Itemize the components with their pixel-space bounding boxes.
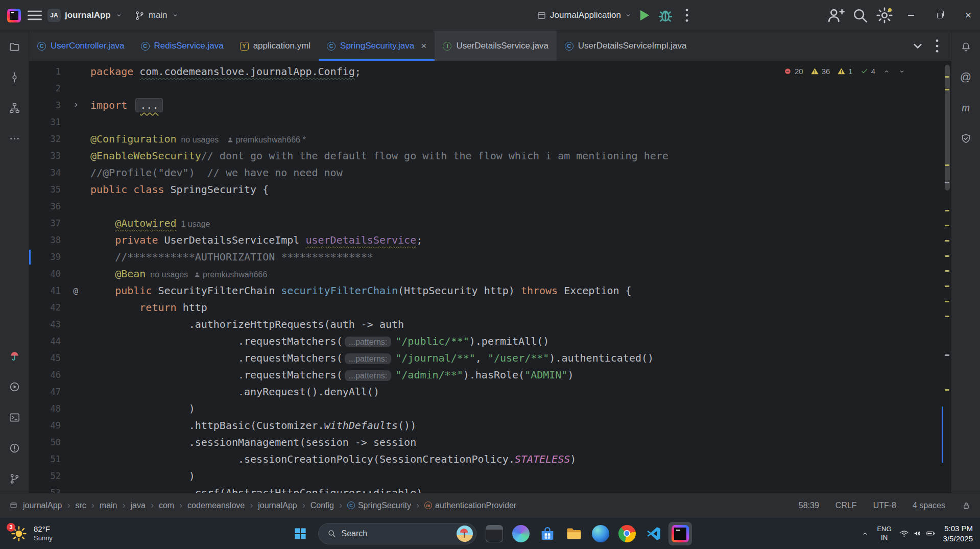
code-line-3[interactable]: 3import ... — [29, 97, 951, 114]
code-line-46[interactable]: 46 .requestMatchers(...patterns:"/admin/… — [29, 367, 951, 384]
code-line-44[interactable]: 44 .requestMatchers(...patterns:"/public… — [29, 333, 951, 350]
line-number[interactable]: 3 — [29, 97, 61, 114]
project-widget[interactable]: JA journalApp — [47, 9, 123, 22]
caret-position[interactable]: 58:39 — [799, 501, 819, 510]
desktop-taskbar-icon[interactable] — [483, 522, 506, 545]
line-number[interactable]: 40 — [29, 266, 61, 282]
line-number[interactable]: 42 — [29, 299, 61, 316]
line-number[interactable]: 41 — [29, 282, 61, 299]
tab-UserController.java[interactable]: CUserController.java — [29, 31, 133, 61]
system-tray[interactable] — [899, 529, 936, 538]
breadcrumb-item[interactable]: mauthenticationProvider — [424, 501, 516, 510]
breadcrumb-item[interactable]: java — [131, 501, 146, 510]
inspection-warn[interactable]: 36 — [810, 67, 830, 76]
error-stripe[interactable] — [942, 61, 951, 493]
intellij-taskbar-icon[interactable] — [668, 522, 692, 545]
inspection-warn[interactable]: 1 — [837, 67, 852, 76]
line-number[interactable]: 44 — [29, 333, 61, 350]
line-number[interactable]: 2 — [29, 80, 61, 97]
line-number[interactable]: 53 — [29, 485, 61, 493]
breadcrumb-item[interactable]: Config — [310, 501, 334, 510]
indent-setting[interactable]: 4 spaces — [913, 501, 945, 510]
code-line-43[interactable]: 43 .authorizeHttpRequests(auth -> auth — [29, 316, 951, 333]
inspection-check[interactable]: 4 — [860, 67, 875, 76]
settings-button[interactable] — [875, 6, 894, 25]
code-line-34[interactable]: 34//@Profile("dev") // we have no need n… — [29, 164, 951, 181]
minimize-button[interactable] — [899, 0, 923, 31]
chevron-down-icon[interactable] — [624, 11, 632, 19]
code-line-31[interactable]: 31 — [29, 114, 951, 131]
tab-options-icon[interactable] — [927, 36, 947, 56]
code-line-49[interactable]: 49 .httpBasic(Customizer.withDefaults()) — [29, 417, 951, 434]
debug-button[interactable] — [656, 6, 675, 25]
code-line-42[interactable]: 42 return http — [29, 299, 951, 316]
run-button[interactable] — [5, 377, 23, 396]
language-switcher[interactable]: ENG IN — [877, 525, 891, 542]
line-number[interactable]: 33 — [29, 148, 61, 164]
code-line-40[interactable]: 40 @Bean no usages premkushwah666 — [29, 266, 951, 282]
commit-button[interactable] — [5, 68, 23, 86]
run-button[interactable] — [634, 6, 654, 25]
file-encoding[interactable]: UTF-8 — [873, 501, 896, 510]
code-editor[interactable]: 1package com.codemeanslove.journalApp.Co… — [29, 61, 951, 493]
shield-button[interactable] — [957, 129, 975, 148]
taskbar-search[interactable]: Search — [318, 523, 476, 544]
inspections-widget[interactable]: 203614 — [779, 65, 910, 78]
code-line-48[interactable]: 48 ) — [29, 400, 951, 417]
line-number[interactable]: 50 — [29, 434, 61, 451]
line-number[interactable]: 47 — [29, 384, 61, 400]
ai-button[interactable]: @ — [957, 68, 975, 86]
problems-button[interactable] — [5, 439, 23, 457]
line-number[interactable]: 51 — [29, 451, 61, 468]
fold-arrow-icon[interactable] — [72, 97, 80, 114]
line-number[interactable]: 46 — [29, 367, 61, 384]
start-button[interactable] — [289, 522, 312, 545]
services-button[interactable] — [5, 347, 23, 365]
terminal-button[interactable] — [5, 408, 23, 426]
line-number[interactable]: 39 — [29, 249, 61, 266]
folder-button[interactable] — [5, 37, 23, 56]
chrome-taskbar-icon[interactable] — [615, 522, 639, 545]
line-number[interactable]: 1 — [29, 63, 61, 80]
breadcrumb-item[interactable]: journalApp — [258, 501, 297, 510]
code-line-52[interactable]: 52 ) — [29, 468, 951, 485]
breadcrumb-item[interactable]: src — [76, 501, 86, 510]
breadcrumb-item[interactable]: journalApp — [23, 501, 62, 510]
line-number[interactable]: 43 — [29, 316, 61, 333]
tab-UserDetailsServiceImpl.java[interactable]: CUserDetailsServiceImpl.java — [557, 31, 695, 61]
bell-button[interactable] — [957, 37, 975, 56]
code-line-36[interactable]: 36 — [29, 198, 951, 215]
moreh-button[interactable] — [5, 129, 23, 148]
tray-overflow-icon[interactable] — [861, 530, 869, 538]
code-line-53[interactable]: 53 .csrf(AbstractHttpConfigurer::disable… — [29, 485, 951, 493]
code-line-45[interactable]: 45 .requestMatchers(...patterns:"/journa… — [29, 350, 951, 367]
line-number[interactable]: 38 — [29, 232, 61, 249]
code-line-2[interactable]: 2 — [29, 80, 951, 97]
line-number[interactable]: 45 — [29, 350, 61, 367]
maven-button[interactable]: m — [957, 99, 975, 117]
bean-gutter-icon[interactable]: @ — [73, 282, 78, 299]
weather-widget[interactable]: 3 82°F Sunny — [6, 518, 57, 549]
code-line-32[interactable]: 32@Configuration no usages premkushwah66… — [29, 131, 951, 148]
code-line-33[interactable]: 33@EnableWebSecurity// dont go with the … — [29, 148, 951, 164]
vscode-taskbar-icon[interactable] — [642, 522, 665, 545]
breadcrumb-item[interactable]: com — [159, 501, 174, 510]
branch-button[interactable] — [5, 469, 23, 488]
line-separator[interactable]: CRLF — [835, 501, 857, 510]
scrollbar-thumb[interactable] — [945, 65, 950, 190]
search-everywhere-button[interactable] — [850, 6, 870, 25]
breadcrumb-item[interactable]: main — [100, 501, 117, 510]
code-line-50[interactable]: 50 .sessionManagement(session -> session — [29, 434, 951, 451]
vcs-branch-widget[interactable]: main — [134, 10, 179, 21]
code-line-51[interactable]: 51 .sessionCreationPolicy(SessionCreatio… — [29, 451, 951, 468]
code-line-37[interactable]: 37 @Autowired 1 usage — [29, 215, 951, 232]
next-problem-icon[interactable] — [898, 67, 906, 76]
inspection-errdot[interactable]: 20 — [783, 67, 803, 76]
code-line-47[interactable]: 47 .anyRequest().denyAll() — [29, 384, 951, 400]
code-with-me-button[interactable] — [826, 6, 845, 25]
breadcrumb-item[interactable]: CSpringSecurity — [347, 501, 411, 510]
line-number[interactable]: 32 — [29, 131, 61, 148]
copilot-taskbar-icon[interactable] — [509, 522, 533, 545]
structure-button[interactable] — [5, 99, 23, 117]
code-line-38[interactable]: 38 private UserDetailsServiceImpl userDe… — [29, 232, 951, 249]
